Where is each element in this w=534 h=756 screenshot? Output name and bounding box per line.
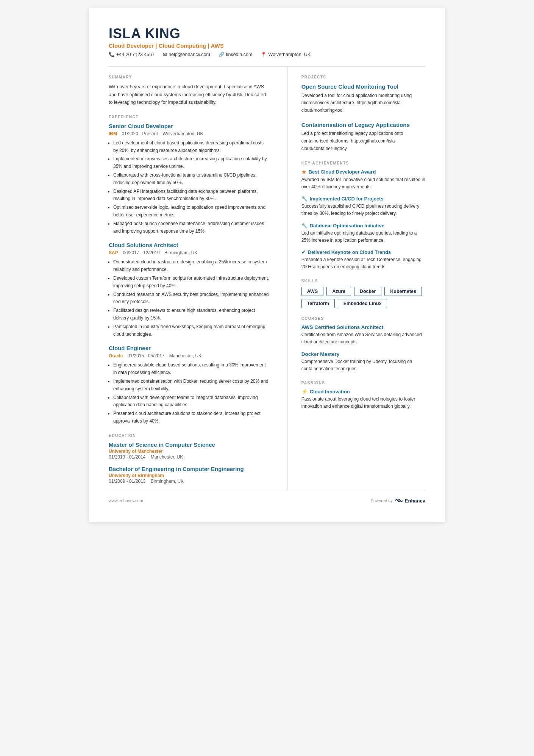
job-3-title: Cloud Engineer <box>109 345 269 351</box>
job-3-dates: 01/2015 - 05/2017 <box>128 353 164 358</box>
skills-section: SKILLS AWS Azure Docker Kubernetes Terra… <box>301 279 425 308</box>
achievement-4-title: ✔ Delivered Keynote on Cloud Trends <box>301 249 425 255</box>
summary-label: SUMMARY <box>109 75 269 79</box>
course-2-title: Docker Mastery <box>301 351 425 357</box>
achievement-4-desc: Presented a keynote session at Tech Conf… <box>301 256 425 271</box>
bullet: Collaborated with development teams to i… <box>113 394 269 409</box>
course-1-desc: Certification from Amazon Web Services d… <box>301 331 425 346</box>
project-2-desc: Led a project transitioning legacy appli… <box>301 130 425 152</box>
passions-section: PASSIONS ⚡ Cloud Innovation Passionate a… <box>301 381 425 410</box>
job-1-location: Wolverhampton, UK <box>162 131 203 136</box>
bullet: Developed custom Terraform scripts for a… <box>113 275 269 290</box>
phone-icon: 📞 <box>109 52 115 57</box>
achievements-label: KEY ACHIEVEMENTS <box>301 161 425 165</box>
experience-section: EXPERIENCE Senior Cloud Developer IBM 01… <box>109 115 269 425</box>
edu-2-institution: University of Birmingham <box>109 473 269 478</box>
enhancv-brand-name: Enhancv <box>405 498 425 504</box>
skills-label: SKILLS <box>301 279 425 283</box>
bullet: Implemented containerisation with Docker… <box>113 378 269 393</box>
achievement-1-title: ★ Best Cloud Developer Award <box>301 169 425 175</box>
bullet: Engineered scalable cloud-based solution… <box>113 362 269 377</box>
achievements-section: KEY ACHIEVEMENTS ★ Best Cloud Developer … <box>301 161 425 271</box>
job-3-bullets: Engineered scalable cloud-based solution… <box>113 362 269 425</box>
bolt-icon: ⚡ <box>301 389 308 394</box>
job-3-meta: Oracle 01/2015 - 05/2017 Manchester, UK <box>109 352 269 359</box>
wrench-icon-2: 🔧 <box>301 223 308 229</box>
edu-1: Master of Science in Computer Science Un… <box>109 441 269 460</box>
job-1-meta: IBM 01/2020 - Present Wolverhampton, UK <box>109 130 269 137</box>
summary-section: SUMMARY With over 5 years of experience … <box>109 75 269 106</box>
right-column: PROJECTS Open Source Cloud Monitoring To… <box>287 67 425 490</box>
footer-url: www.enhancv.com <box>109 498 143 503</box>
course-1-title: AWS Certified Solutions Architect <box>301 324 425 330</box>
projects-section: PROJECTS Open Source Cloud Monitoring To… <box>301 75 425 153</box>
achievement-3-desc: Led an initiative optimising database qu… <box>301 230 425 244</box>
job-2-dates: 06/2017 - 12/2019 <box>123 250 159 255</box>
achievement-3-title: 🔧 Database Optimisation Initiative <box>301 223 425 229</box>
achievement-2-title: 🔧 Implemented CI/CD for Projects <box>301 196 425 202</box>
job-2-company: SAP <box>109 250 118 255</box>
achievement-2-desc: Successfully established CI/CD pipelines… <box>301 203 425 217</box>
bullet: Managed post-launch codebase maintenance… <box>113 220 269 235</box>
skill-azure: Azure <box>326 287 351 296</box>
project-1-title: Open Source Cloud Monitoring Tool <box>301 83 425 91</box>
job-2: Cloud Solutions Architect SAP 06/2017 - … <box>109 242 269 338</box>
passion-1-desc: Passionate about leveraging cloud techno… <box>301 396 425 410</box>
edu-1-institution: University of Manchester <box>109 449 269 454</box>
job-1-dates: 01/2020 - Present <box>122 131 158 136</box>
left-column: SUMMARY With over 5 years of experience … <box>109 67 269 490</box>
location: 📍 Wolverhampton, UK <box>261 52 311 57</box>
course-1: AWS Certified Solutions Architect Certif… <box>301 324 425 346</box>
job-2-meta: SAP 06/2017 - 12/2019 Birmingham, UK <box>109 249 269 256</box>
footer: www.enhancv.com Powered by Enhancv <box>109 490 425 504</box>
job-3-company: Oracle <box>109 353 123 358</box>
bullet: Orchestrated cloud infrastructure design… <box>113 258 269 274</box>
footer-brand: Powered by Enhancv <box>371 498 425 504</box>
skill-docker: Docker <box>354 287 381 296</box>
bullet: Collaborated with cross-functional teams… <box>113 172 269 187</box>
bullet: Designed API integrations facilitating d… <box>113 188 269 203</box>
experience-label: EXPERIENCE <box>109 115 269 119</box>
job-2-title: Cloud Solutions Architect <box>109 242 269 248</box>
header: ISLA KING Cloud Developer | Cloud Comput… <box>109 26 425 57</box>
passions-label: PASSIONS <box>301 381 425 385</box>
bullet: Facilitated design reviews to ensure hig… <box>113 307 269 322</box>
bullet: Presented cloud architecture solutions t… <box>113 410 269 425</box>
skill-embedded-linux: Embedded Linux <box>338 299 387 308</box>
wrench-icon: 🔧 <box>301 196 308 202</box>
edu-2-degree: Bachelor of Engineering in Computer Engi… <box>109 466 269 472</box>
resume-page: ISLA KING Cloud Developer | Cloud Comput… <box>89 8 445 522</box>
bullet: Implemented microservices architecture, … <box>113 155 269 171</box>
edu-2-meta: 01/2009 - 01/2013 Birmingham, UK <box>109 479 269 484</box>
checkmark-icon: ✔ <box>301 249 306 255</box>
bullet: Conducted research on AWS security best … <box>113 291 269 306</box>
passion-1: ⚡ Cloud Innovation Passionate about leve… <box>301 389 425 410</box>
job-2-bullets: Orchestrated cloud infrastructure design… <box>113 258 269 338</box>
projects-label: PROJECTS <box>301 75 425 79</box>
project-1: Open Source Cloud Monitoring Tool Develo… <box>301 83 425 114</box>
courses-label: COURSES <box>301 316 425 321</box>
bullet: Optimised server-side logic, leading to … <box>113 204 269 219</box>
education-section: EDUCATION Master of Science in Computer … <box>109 434 269 484</box>
course-2-desc: Comprehensive Docker training by Udemy, … <box>301 358 425 373</box>
achievement-3: 🔧 Database Optimisation Initiative Led a… <box>301 223 425 244</box>
skill-aws: AWS <box>301 287 323 296</box>
job-1-bullets: Led development of cloud-based applicati… <box>113 139 269 235</box>
project-2: Containerisation of Legacy Applications … <box>301 121 425 153</box>
edu-2: Bachelor of Engineering in Computer Engi… <box>109 466 269 484</box>
bullet: Participated in industry trend workshops… <box>113 323 269 338</box>
job-1-company: IBM <box>109 131 117 136</box>
achievement-1: ★ Best Cloud Developer Award Awarded by … <box>301 169 425 191</box>
email: ✉ help@enhancv.com <box>163 52 210 57</box>
star-icon: ★ <box>301 169 306 175</box>
job-3: Cloud Engineer Oracle 01/2015 - 05/2017 … <box>109 345 269 425</box>
courses-section: COURSES AWS Certified Solutions Architec… <box>301 316 425 373</box>
candidate-name: ISLA KING <box>109 26 425 42</box>
linkedin: 🔗 linkedin.com <box>219 52 252 57</box>
bullet: Led development of cloud-based applicati… <box>113 139 269 155</box>
project-1-desc: Developed a tool for cloud application m… <box>301 92 425 114</box>
project-2-title: Containerisation of Legacy Applications <box>301 121 425 129</box>
enhancv-logo-icon <box>395 498 403 503</box>
edu-1-meta: 01/2013 - 01/2014 Manchester, UK <box>109 454 269 460</box>
job-1: Senior Cloud Developer IBM 01/2020 - Pre… <box>109 123 269 235</box>
